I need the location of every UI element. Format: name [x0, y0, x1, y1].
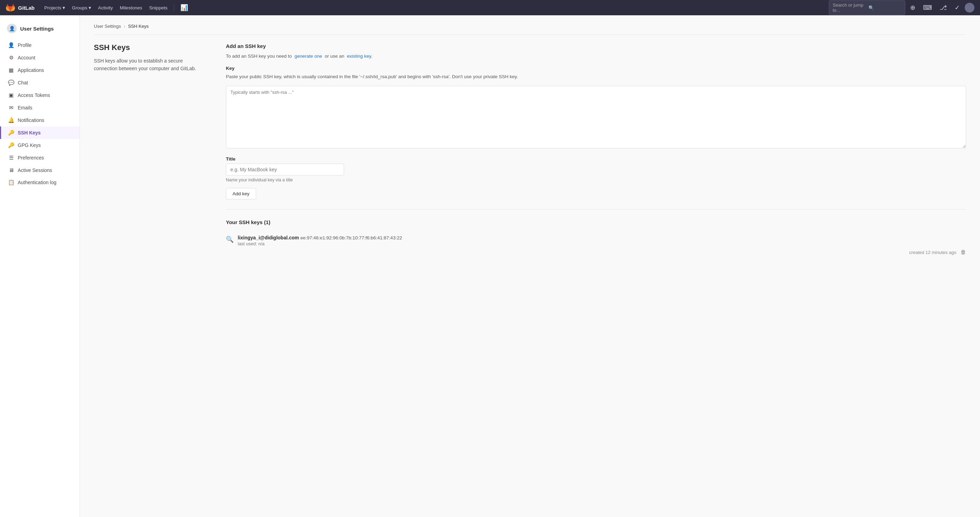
key-description: Paste your public SSH key, which is usua… [226, 73, 966, 81]
preferences-icon: ☰ [8, 154, 14, 161]
key-last-used: last used: n/a [238, 241, 402, 247]
sidebar-item-label: Access Tokens [18, 92, 50, 98]
title-hint: Name your individual key via a title [226, 178, 966, 182]
sidebar-item-ssh-keys[interactable]: 🔑 SSH Keys [0, 126, 80, 139]
right-panel: Add an SSH key To add an SSH key you nee… [226, 43, 966, 259]
access-tokens-icon: ▣ [8, 92, 14, 98]
sidebar-item-label: SSH Keys [18, 130, 41, 135]
sidebar-item-gpg-keys[interactable]: 🔑 GPG Keys [0, 139, 80, 151]
issues-icon[interactable]: ✓ [952, 2, 963, 13]
key-label: Key [226, 66, 966, 71]
key-row: lixingya_i@didiglobal.com ee:97:46:e1:92… [238, 235, 966, 247]
chat-icon: 💬 [8, 80, 14, 86]
sidebar: 👤 User Settings 👤 Profile ⚙ Account ▦ Ap… [0, 15, 80, 517]
nav-activity[interactable]: Activity [95, 4, 116, 12]
breadcrumb-current: SSH Keys [128, 24, 148, 29]
nav-snippets[interactable]: Snippets [146, 4, 170, 12]
desc-middle: or use an [325, 54, 344, 59]
sidebar-item-access-tokens[interactable]: ▣ Access Tokens [0, 89, 80, 102]
sidebar-header: 👤 User Settings [0, 21, 80, 39]
delete-key-button[interactable]: 🗑 [961, 249, 966, 255]
merge-request-icon[interactable]: ⎇ [937, 2, 950, 13]
applications-icon: ▦ [8, 67, 14, 73]
search-box[interactable]: Search or jump to... 🔍 [829, 0, 905, 15]
nav-groups[interactable]: Groups ▾ [69, 3, 94, 12]
sidebar-item-label: Notifications [18, 118, 44, 123]
sidebar-item-label: Profile [18, 42, 32, 48]
account-icon: ⚙ [8, 54, 14, 61]
sidebar-item-label: Chat [18, 80, 28, 86]
sidebar-item-label: Active Sessions [18, 167, 52, 173]
key-fingerprint: ee:97:46:e1:92:96:0b:7b:10:77:f6:b6:41:8… [300, 235, 402, 240]
main-content: User Settings › SSH Keys SSH Keys SSH ke… [80, 15, 980, 517]
keyboard-shortcut-icon[interactable]: ⌨ [920, 2, 935, 13]
title-input[interactable] [226, 164, 344, 175]
sidebar-item-applications[interactable]: ▦ Applications [0, 64, 80, 76]
add-key-button[interactable]: Add key [226, 188, 256, 199]
profile-icon: 👤 [8, 42, 14, 48]
sidebar-item-emails[interactable]: ✉ Emails [0, 102, 80, 114]
sidebar-item-label: Preferences [18, 155, 44, 161]
emails-icon: ✉ [8, 105, 14, 111]
sidebar-item-notifications[interactable]: 🔔 Notifications [0, 114, 80, 126]
key-info: lixingya_i@didiglobal.com ee:97:46:e1:92… [238, 235, 402, 247]
breadcrumb-parent[interactable]: User Settings [94, 24, 121, 29]
key-textarea[interactable] [226, 86, 966, 148]
ssh-keys-icon: 🔑 [8, 130, 14, 136]
topnav-right: Search or jump to... 🔍 ⊕ ⌨ ⎇ ✓ [829, 0, 974, 15]
page-title: SSH Keys [94, 43, 205, 52]
avatar[interactable] [965, 3, 974, 13]
sidebar-item-label: Authentication log [18, 180, 56, 185]
user-settings-icon: 👤 [7, 24, 17, 33]
left-panel: SSH Keys SSH keys allow you to establish… [94, 43, 205, 259]
active-sessions-icon: 🖥 [8, 167, 14, 173]
content-columns: SSH Keys SSH keys allow you to establish… [94, 43, 966, 259]
chart-icon[interactable]: 📊 [178, 2, 191, 13]
breadcrumb-separator: › [124, 24, 125, 29]
notifications-icon: 🔔 [8, 117, 14, 123]
logo-text: GitLab [18, 5, 35, 11]
ssh-key-item: 🔍 lixingya_i@didiglobal.com ee:97:46:e1:… [226, 231, 966, 259]
search-icon: 🔍 [869, 5, 902, 10]
gpg-keys-icon: 🔑 [8, 142, 14, 148]
top-navigation: GitLab Projects ▾ Groups ▾ Activity Mile… [0, 0, 980, 15]
generate-one-link[interactable]: generate one [294, 54, 322, 59]
sidebar-item-label: Account [18, 55, 35, 60]
sidebar-item-label: GPG Keys [18, 142, 41, 148]
sidebar-item-label: Emails [18, 105, 32, 110]
sidebar-item-chat[interactable]: 💬 Chat [0, 76, 80, 89]
sidebar-item-profile[interactable]: 👤 Profile [0, 39, 80, 51]
search-placeholder: Search or jump to... [833, 2, 865, 13]
sidebar-title: User Settings [20, 26, 54, 32]
sidebar-item-account[interactable]: ⚙ Account [0, 51, 80, 64]
sidebar-item-label: Applications [18, 67, 44, 73]
section-divider [226, 209, 966, 210]
authentication-log-icon: 📋 [8, 179, 14, 186]
your-ssh-keys-title: Your SSH keys (1) [226, 219, 966, 225]
nav-divider [174, 4, 174, 11]
key-email: lixingya_i@didiglobal.com [238, 235, 299, 240]
nav-links: Projects ▾ Groups ▾ Activity Milestones … [42, 2, 191, 13]
breadcrumb: User Settings › SSH Keys [94, 24, 966, 35]
sidebar-item-preferences[interactable]: ☰ Preferences [0, 151, 80, 164]
key-fingerprint-icon: 🔍 [226, 235, 234, 243]
key-meta: created 12 minutes ago 🗑 [238, 249, 966, 255]
gitlab-logo[interactable]: GitLab [6, 3, 35, 13]
desc-before: To add an SSH key you need to [226, 54, 292, 59]
key-details: lixingya_i@didiglobal.com ee:97:46:e1:92… [238, 235, 966, 255]
plus-icon[interactable]: ⊕ [907, 2, 918, 13]
sidebar-item-authentication-log[interactable]: 📋 Authentication log [0, 176, 80, 189]
existing-key-link[interactable]: existing key [347, 54, 371, 59]
add-ssh-key-description: To add an SSH key you need to generate o… [226, 52, 966, 60]
desc-after: . [371, 54, 372, 59]
title-label: Title [226, 156, 966, 162]
page-layout: 👤 User Settings 👤 Profile ⚙ Account ▦ Ap… [0, 15, 980, 517]
nav-milestones[interactable]: Milestones [117, 4, 145, 12]
sidebar-item-active-sessions[interactable]: 🖥 Active Sessions [0, 164, 80, 176]
add-ssh-key-title: Add an SSH key [226, 43, 966, 49]
key-created: created 12 minutes ago [909, 250, 956, 255]
page-description: SSH keys allow you to establish a secure… [94, 57, 205, 73]
nav-projects[interactable]: Projects ▾ [42, 3, 68, 12]
